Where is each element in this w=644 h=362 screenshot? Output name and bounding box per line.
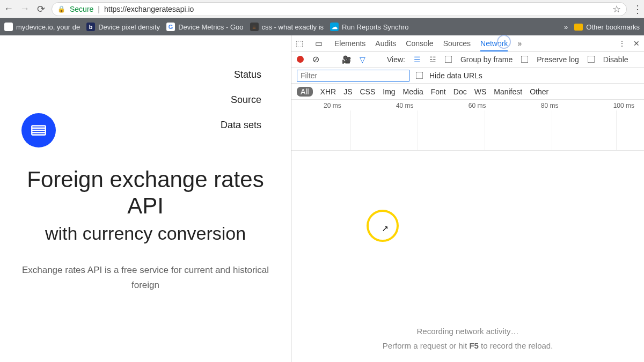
group-by-frame-label: Group by frame	[460, 55, 513, 64]
record-button[interactable]	[297, 56, 304, 63]
rt-media[interactable]: Media	[403, 87, 423, 96]
favicon-icon	[4, 23, 13, 31]
rt-other[interactable]: Other	[530, 87, 548, 96]
rates-icon	[30, 121, 48, 139]
rt-css[interactable]: CSS	[360, 87, 375, 96]
devtools-tabs: ⬚ ▭ Elements Audits Console Sources Netw…	[291, 35, 644, 51]
url-text: https://exchangeratesapi.io	[104, 5, 194, 13]
view-label: View:	[387, 55, 405, 64]
filter-input[interactable]	[297, 70, 409, 82]
tick-label: 60 ms	[469, 102, 486, 109]
hero-title: Foreign exchange rates API	[21, 167, 269, 219]
bookmark-item[interactable]: ≡ css - what exactly is	[250, 23, 324, 31]
tick-label: 100 ms	[613, 102, 634, 109]
filter-toggle-icon[interactable]: ▽	[360, 55, 365, 64]
tick-label: 40 ms	[396, 102, 414, 109]
tick-label: 80 ms	[541, 102, 559, 109]
bookmark-item[interactable]: b Device pixel density	[86, 23, 160, 31]
empty-line1: Recording network activity…	[416, 327, 518, 336]
rt-manifest[interactable]: Manifest	[494, 87, 522, 96]
site-logo[interactable]	[21, 113, 56, 147]
device-toggle-icon[interactable]: ▭	[315, 39, 325, 48]
tab-sources[interactable]: Sources	[443, 36, 471, 50]
network-empty-state: Recording network activity… Perform a re…	[291, 151, 644, 362]
network-timeline[interactable]: 20 ms 40 ms 60 ms 80 ms 100 ms	[291, 100, 644, 151]
back-button[interactable]: ←	[3, 3, 14, 14]
devtools-menu-icon[interactable]: ⋮	[618, 39, 626, 48]
tabs-overflow-icon[interactable]: »	[517, 39, 522, 48]
devtools-close-icon[interactable]: ✕	[633, 39, 640, 48]
rt-font[interactable]: Font	[431, 87, 446, 96]
rt-doc[interactable]: Doc	[453, 87, 467, 96]
tab-console[interactable]: Console	[406, 36, 433, 50]
preserve-log-label: Preserve log	[537, 55, 579, 64]
page-content: Status Source Data sets Foreign exchange…	[0, 35, 291, 362]
other-bookmarks[interactable]: Other bookmarks	[574, 23, 640, 31]
tick-label: 20 ms	[324, 102, 341, 109]
browser-menu-icon[interactable]: ⋮	[632, 3, 641, 16]
favicon-icon: ☁	[330, 23, 339, 31]
rt-js[interactable]: JS	[343, 87, 352, 96]
bookmark-label: Device pixel density	[98, 23, 160, 31]
devtools-panel: ⬚ ▭ Elements Audits Console Sources Netw…	[291, 35, 644, 362]
favicon-icon: G	[166, 23, 175, 31]
address-bar[interactable]: 🔒 Secure | https://exchangeratesapi.io ☆	[52, 2, 627, 16]
bookmark-item[interactable]: G Device Metrics - Goo	[166, 23, 243, 31]
hero-subtitle: with currency conversion	[21, 222, 269, 245]
favicon-icon: ≡	[250, 23, 259, 31]
bookmarks-overflow-icon[interactable]: »	[564, 23, 568, 31]
bookmark-label: Run Reports Synchro	[342, 23, 408, 31]
clear-icon[interactable]: ⊘	[312, 54, 319, 64]
nav-status[interactable]: Status	[0, 62, 261, 87]
bookmark-label: mydevice.io, your de	[16, 23, 80, 31]
lock-icon: 🔒	[57, 5, 65, 13]
rt-img[interactable]: Img	[383, 87, 395, 96]
rt-all[interactable]: All	[297, 87, 313, 97]
star-icon[interactable]: ☆	[612, 3, 621, 15]
hero: Foreign exchange rates API with currency…	[0, 167, 291, 292]
rt-ws[interactable]: WS	[474, 87, 487, 96]
hide-data-urls-checkbox[interactable]	[416, 72, 423, 79]
rt-xhr[interactable]: XHR	[320, 87, 336, 96]
bookmark-item[interactable]: ☁ Run Reports Synchro	[330, 23, 408, 31]
hide-data-urls-label: Hide data URLs	[429, 71, 482, 80]
tab-elements[interactable]: Elements	[334, 36, 365, 50]
bookmark-item[interactable]: mydevice.io, your de	[4, 23, 80, 31]
disable-label: Disable	[603, 55, 628, 64]
inspect-icon[interactable]: ⬚	[296, 39, 305, 48]
screenshot-icon[interactable]: 🎥	[342, 55, 351, 64]
hero-description: Exchange rates API is a free service for…	[21, 263, 269, 292]
favicon-icon: b	[86, 23, 95, 31]
tab-audits[interactable]: Audits	[375, 36, 396, 50]
view-large-icon[interactable]: ☳	[429, 55, 436, 64]
resource-type-bar: All XHR JS CSS Img Media Font Doc WS Man…	[291, 84, 644, 100]
forward-button[interactable]: →	[19, 3, 30, 14]
other-bookmarks-label: Other bookmarks	[586, 23, 640, 31]
tab-network[interactable]: Network	[480, 36, 508, 51]
browser-nav-bar: ← → ⟳ 🔒 Secure | https://exchangeratesap…	[0, 0, 644, 18]
addr-divider: |	[98, 5, 100, 13]
bookmarks-bar: mydevice.io, your de b Device pixel dens…	[0, 18, 644, 35]
empty-line2: Perform a request or hit F5 to record th…	[383, 341, 553, 350]
network-filter-bar: Hide data URLs	[291, 68, 644, 84]
secure-label: Secure	[70, 5, 93, 13]
cursor-highlight-icon	[367, 210, 399, 242]
reload-button[interactable]: ⟳	[35, 3, 46, 15]
bookmark-label: css - what exactly is	[262, 23, 324, 31]
preserve-log-checkbox[interactable]	[521, 56, 529, 63]
nav-source[interactable]: Source	[0, 87, 261, 113]
bookmark-label: Device Metrics - Goo	[178, 23, 243, 31]
group-by-frame-checkbox[interactable]	[445, 56, 452, 63]
network-toolbar: ⊘ 🎥 ▽ View: ☰ ☳ Group by frame Preserve …	[291, 51, 644, 68]
folder-icon	[574, 24, 583, 31]
disable-cache-checkbox[interactable]	[588, 56, 595, 63]
view-list-icon[interactable]: ☰	[414, 55, 421, 64]
